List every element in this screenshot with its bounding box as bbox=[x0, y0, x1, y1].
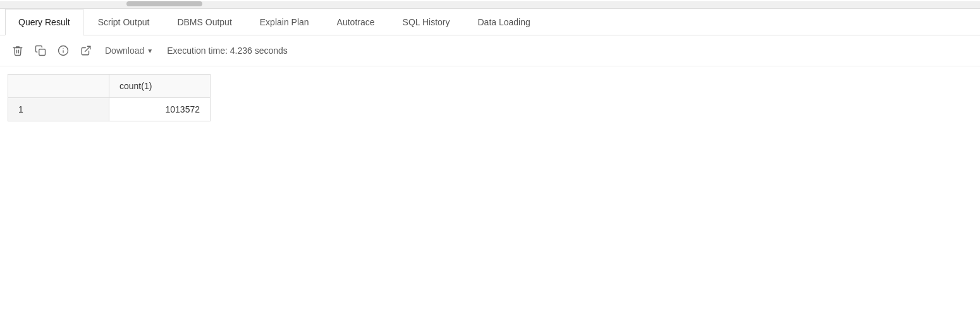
table-row: 11013572 bbox=[8, 98, 211, 121]
result-table: count(1) 11013572 bbox=[8, 74, 211, 121]
count-value: 1013572 bbox=[109, 98, 211, 121]
tab-explain-plan[interactable]: Explain Plan bbox=[247, 9, 322, 35]
toolbar: Download ▼ Execution time: 4.236 seconds bbox=[0, 35, 980, 66]
tab-data-loading[interactable]: Data Loading bbox=[465, 9, 544, 35]
delete-button[interactable] bbox=[8, 40, 28, 61]
info-icon bbox=[58, 45, 69, 56]
external-link-button[interactable] bbox=[76, 40, 96, 61]
row-num-header bbox=[8, 75, 109, 98]
tab-query-result[interactable]: Query Result bbox=[5, 9, 83, 35]
scrollbar[interactable] bbox=[0, 1, 980, 9]
download-button[interactable]: Download ▼ bbox=[99, 42, 159, 59]
column-header-count: count(1) bbox=[109, 75, 211, 98]
scrollbar-thumb[interactable] bbox=[126, 1, 202, 6]
copy-icon bbox=[35, 45, 46, 56]
download-label: Download bbox=[105, 46, 144, 56]
execution-time: Execution time: 4.236 seconds bbox=[167, 46, 288, 56]
svg-line-4 bbox=[85, 46, 90, 51]
tab-dbms-output[interactable]: DBMS Output bbox=[164, 9, 245, 35]
trash-icon bbox=[12, 45, 23, 56]
copy-button[interactable] bbox=[30, 40, 51, 61]
chevron-down-icon: ▼ bbox=[147, 47, 153, 54]
result-area: count(1) 11013572 bbox=[0, 66, 980, 129]
tabs-bar: Query ResultScript OutputDBMS OutputExpl… bbox=[0, 9, 980, 35]
svg-rect-0 bbox=[39, 49, 46, 56]
tab-script-output[interactable]: Script Output bbox=[85, 9, 163, 35]
tab-sql-history[interactable]: SQL History bbox=[389, 9, 463, 35]
tab-autotrace[interactable]: Autotrace bbox=[324, 9, 388, 35]
external-link-icon bbox=[80, 45, 92, 56]
info-button[interactable] bbox=[53, 40, 73, 61]
row-number: 1 bbox=[8, 98, 109, 121]
